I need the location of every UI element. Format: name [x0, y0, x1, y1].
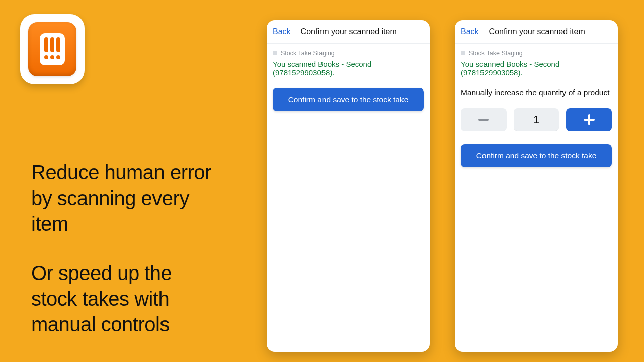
svg-rect-9 — [584, 119, 595, 121]
phone-panel-manual: Back Confirm your scanned item Stock Tak… — [455, 20, 618, 352]
quantity-increase-button[interactable] — [566, 108, 612, 131]
app-icon — [20, 14, 85, 84]
headline-line-1: Reduce human error by scanning every ite… — [31, 160, 222, 237]
svg-rect-3 — [56, 37, 60, 52]
back-button[interactable]: Back — [273, 27, 291, 36]
manual-quantity-instruction: Manually increase the quantity of a prod… — [461, 88, 612, 97]
confirm-save-button[interactable]: Confirm and save to the stock take — [461, 144, 612, 167]
plus-icon — [584, 114, 595, 125]
page-title: Confirm your scanned item — [489, 27, 585, 36]
scan-result-message: You scanned Books - Second (978152990305… — [461, 60, 612, 77]
quantity-decrease-button[interactable] — [461, 108, 507, 131]
breadcrumb-label: Stock Take Staging — [281, 50, 335, 57]
svg-rect-2 — [50, 37, 54, 52]
quantity-stepper: 1 — [461, 108, 612, 131]
svg-rect-1 — [44, 37, 48, 52]
barcode-icon — [37, 31, 68, 67]
svg-point-5 — [50, 55, 54, 59]
headline-line-2: Or speed up the stock takes with manual … — [31, 260, 222, 338]
page-title: Confirm your scanned item — [301, 27, 397, 36]
breadcrumb-label: Stock Take Staging — [469, 50, 523, 57]
breadcrumb-icon — [273, 51, 277, 55]
breadcrumb: Stock Take Staging — [273, 50, 424, 57]
scan-result-message: You scanned Books - Second (978152990305… — [273, 60, 424, 77]
phone-panel-simple: Back Confirm your scanned item Stock Tak… — [267, 20, 430, 352]
minus-icon — [478, 119, 489, 121]
phone-header: Back Confirm your scanned item — [455, 20, 618, 44]
app-icon-inner — [28, 22, 76, 76]
phone-header: Back Confirm your scanned item — [267, 20, 430, 44]
svg-rect-7 — [478, 119, 489, 121]
confirm-save-button[interactable]: Confirm and save to the stock take — [273, 88, 424, 111]
svg-point-4 — [44, 55, 48, 59]
svg-point-6 — [56, 55, 60, 59]
marketing-headline: Reduce human error by scanning every ite… — [31, 160, 222, 337]
breadcrumb-icon — [461, 51, 465, 55]
back-button[interactable]: Back — [461, 27, 479, 36]
breadcrumb: Stock Take Staging — [461, 50, 612, 57]
quantity-value[interactable]: 1 — [514, 108, 559, 131]
